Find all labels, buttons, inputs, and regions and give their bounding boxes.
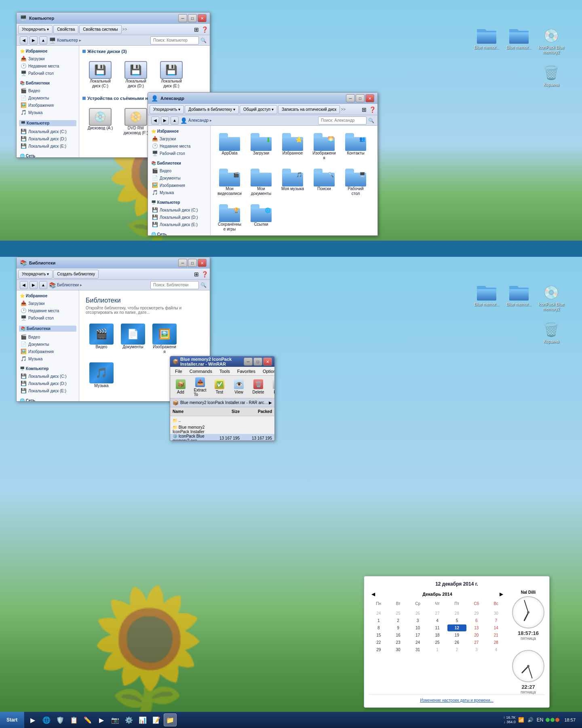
sidebar-item-desktop[interactable]: 🖥️Рабочий стол [19, 70, 76, 77]
si-music-user[interactable]: 🎵Музыка [150, 189, 208, 196]
rar-find-btn[interactable]: 🔍 Find [269, 378, 275, 396]
lib-documents[interactable]: 📄 Документы [119, 321, 147, 357]
organize-btn-user[interactable]: Упорядочить ▾ [150, 105, 184, 114]
desktop-icon-iconpack2[interactable]: 💿 IconPack Blue memory2 [537, 281, 566, 313]
si-docs-user[interactable]: 📄Документы [150, 174, 208, 182]
cal-next-btn[interactable]: ▶ [498, 590, 506, 598]
tb-icon-4[interactable]: 📋 [67, 713, 80, 726]
search-icon[interactable]: 🔍 [200, 38, 207, 43]
rar-extract-btn[interactable]: 📤 Extract To [191, 376, 209, 398]
cal-day[interactable]: 7 [487, 617, 506, 624]
rar-item-parent[interactable]: 📁 .. [170, 416, 274, 425]
organize-btn-libraries[interactable]: Упорядочить ▾ [18, 270, 53, 279]
desktop-icon-blue-memory1[interactable]: Blue memor... [472, 24, 501, 57]
search-icon-libraries[interactable]: 🔍 [200, 282, 207, 288]
cal-day[interactable]: 24 [369, 610, 388, 617]
up-btn-user[interactable]: ▲ [171, 116, 179, 125]
folder-images-user[interactable]: 🌅 Изображения [310, 131, 338, 163]
tray-network-bottom[interactable]: 📶 [517, 716, 525, 724]
cal-day[interactable]: 19 [447, 632, 466, 639]
folder-appdata[interactable]: AppData [215, 131, 244, 163]
cal-day[interactable]: 26 [447, 639, 466, 646]
si-desktop-lib[interactable]: 🖥️Рабочий стол [19, 314, 76, 322]
minimize-button-libraries[interactable]: ─ [178, 259, 187, 267]
minimize-btn-winrar[interactable]: ─ [244, 358, 253, 366]
cal-day[interactable]: 27 [467, 639, 486, 646]
sidebar-item-music[interactable]: 🎵Музыка [19, 109, 76, 116]
view-toggle-user[interactable]: ⊞ [362, 106, 367, 113]
drive-d[interactable]: 💾 Локальный диск (D:) [120, 59, 152, 91]
cal-settings-link[interactable]: Изменение настроек даты и времени... [369, 694, 544, 703]
cal-day[interactable]: 5 [447, 617, 466, 624]
folder-contacts-user[interactable]: 👥 Контакты [342, 131, 370, 163]
more-button[interactable]: >> [122, 27, 127, 32]
view-toggle-libraries[interactable]: ⊞ [194, 271, 199, 277]
tb-icon-6[interactable]: ▶ [95, 713, 108, 726]
sidebar-item-drive-c[interactable]: 💾Локальный диск (C:) [19, 128, 76, 135]
system-properties-button[interactable]: Свойства системы [79, 25, 121, 34]
desktop-icon-bm3[interactable]: Blue memor... [472, 281, 501, 313]
back-button[interactable]: ◀ [20, 36, 28, 44]
drive-c[interactable]: 💾 Локальный диск (C:) [84, 59, 116, 91]
tb-icon-explorer[interactable]: 📁 [164, 713, 177, 726]
rar-add-btn[interactable]: 📦 Add [172, 378, 190, 396]
lib-music[interactable]: 🎵 Музыка [87, 360, 116, 391]
cal-day[interactable]: 3 [467, 646, 486, 653]
cal-day[interactable]: 15 [369, 632, 388, 639]
si-downloads-user[interactable]: 📥Загрузки [150, 135, 208, 142]
col-size-header[interactable]: Size [210, 409, 242, 414]
si-recent-lib[interactable]: 🕐Недавние места [19, 307, 76, 314]
folder-mymusic-user[interactable]: 🎵 Моя музыка [278, 166, 307, 199]
lib-video[interactable]: 🎬 Видео [87, 321, 116, 357]
tb-icon-1[interactable]: ▶ [26, 713, 39, 726]
desktop-icon-iconpack[interactable]: 💿 IconPack Blue memory2 [537, 24, 566, 57]
help-btn-user[interactable]: ❓ [369, 106, 376, 113]
help-button[interactable]: ❓ [201, 26, 208, 33]
desktop-icon-trash2[interactable]: 🗑️ Корзина [537, 318, 566, 346]
desktop-icon-blue-memory2[interactable]: Blue memor... [504, 24, 534, 57]
desktop-icon-trash[interactable]: 🗑️ Корзина [537, 61, 566, 89]
rar-view-btn[interactable]: 👁️ View [230, 378, 248, 396]
forward-btn-libraries[interactable]: ▶ [30, 281, 38, 289]
search-input-libraries[interactable] [150, 281, 199, 289]
tb-icon-8[interactable]: ⚙️ [122, 713, 135, 726]
cal-day[interactable]: 18 [428, 632, 447, 639]
cal-day[interactable]: 24 [408, 639, 427, 646]
search-input-computer[interactable] [150, 36, 199, 44]
sidebar-item-documents[interactable]: 📄Документы [19, 94, 76, 102]
si-docs-lib[interactable]: 📄Документы [19, 341, 76, 348]
folder-videos-user[interactable]: 🎬 Мои видеозаписи [215, 166, 244, 199]
sidebar-item-drive-e[interactable]: 💾Локальный диск (E:) [19, 142, 76, 150]
more-btn-user[interactable]: >> [341, 107, 346, 112]
folder-savedgames-user[interactable]: 🏆 Сохранённые игры [215, 202, 244, 234]
cal-prev-btn[interactable]: ◀ [369, 590, 377, 598]
cal-day[interactable]: 12 [447, 624, 466, 631]
properties-button[interactable]: Свойства [53, 25, 78, 34]
folder-downloads-user[interactable]: ⬇ Загрузки [247, 131, 275, 163]
sidebar-item-images[interactable]: 🖼️Изображения [19, 102, 76, 109]
cal-day[interactable]: 4 [428, 617, 447, 624]
folder-searches-user[interactable]: 🔍 Поиски [310, 166, 338, 199]
cal-day[interactable]: 1 [428, 646, 447, 653]
add-to-lib-btn[interactable]: Добавить в библиотеку ▾ [185, 105, 239, 114]
titlebar-winrar[interactable]: 📦 Blue memory2 IconPack Installer.rar - … [170, 356, 274, 367]
si-e-user[interactable]: 💾Локальный диск (E:) [150, 221, 208, 228]
maximize-button[interactable]: □ [188, 14, 197, 22]
si-desktop-user[interactable]: 🖥️Рабочий стол [150, 150, 208, 157]
menu-options[interactable]: Options [259, 368, 275, 375]
cal-day[interactable]: 25 [428, 639, 447, 646]
cal-day[interactable]: 2 [447, 646, 466, 653]
titlebar-libraries[interactable]: 📚 Библиотеки ─ □ ✕ [17, 257, 210, 269]
clock-bottom[interactable]: 18:57 [561, 717, 579, 723]
rar-item-installer-folder[interactable]: 📁 Blue memory2 IconPack Installer [170, 425, 274, 434]
tb-icon-3[interactable]: 🛡️ [54, 713, 67, 726]
si-images-user[interactable]: 🖼️Изображения [150, 182, 208, 189]
cal-day[interactable]: 23 [388, 639, 407, 646]
folder-mydocs-user[interactable]: Мои документы [247, 166, 275, 199]
cal-day[interactable]: 13 [467, 624, 486, 631]
help-btn-libraries[interactable]: ❓ [201, 271, 208, 277]
cal-day[interactable]: 28 [447, 610, 466, 617]
si-d-lib[interactable]: 💾Локальный диск (D:) [19, 380, 76, 387]
forward-button[interactable]: ▶ [30, 36, 38, 44]
col-name-header[interactable]: Name [170, 409, 210, 414]
